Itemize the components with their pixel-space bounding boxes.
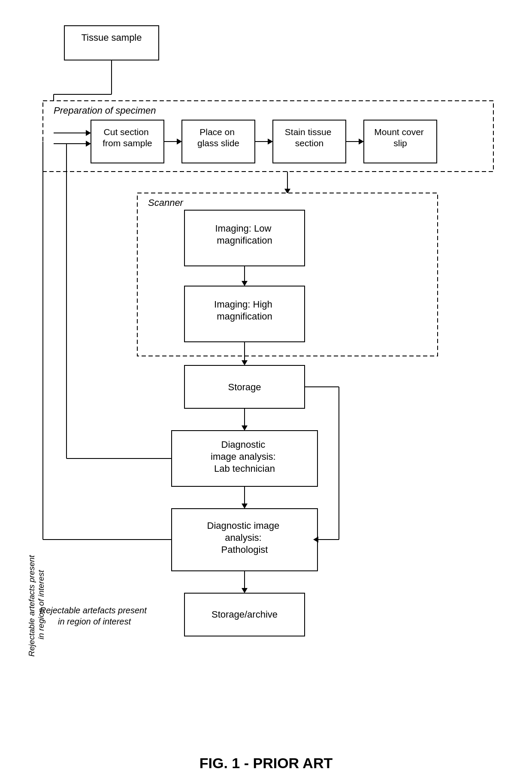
flowchart-svg: Tissue sample Preparation of specimen Cu… <box>30 17 502 738</box>
rejectable-top-label: Rejectable artefacts present in region o… <box>27 553 45 657</box>
svg-marker-36 <box>242 588 248 593</box>
storage-archive-label: Storage/archive <box>212 609 278 620</box>
prep-label: Preparation of specimen <box>54 105 156 116</box>
storage-label: Storage <box>228 382 261 392</box>
tissue-sample-label: Tissue sample <box>81 32 142 43</box>
svg-marker-30 <box>242 425 248 431</box>
svg-marker-33 <box>242 504 248 509</box>
svg-marker-27 <box>242 360 248 365</box>
rejectable-bottom-label: Rejectable artefacts present in region o… <box>40 606 149 626</box>
svg-rect-0 <box>64 26 159 60</box>
diagram-container: Tissue sample Preparation of specimen Cu… <box>30 17 502 769</box>
scanner-label: Scanner <box>148 197 184 208</box>
fig-title: FIG. 1 - PRIOR ART <box>200 755 332 769</box>
